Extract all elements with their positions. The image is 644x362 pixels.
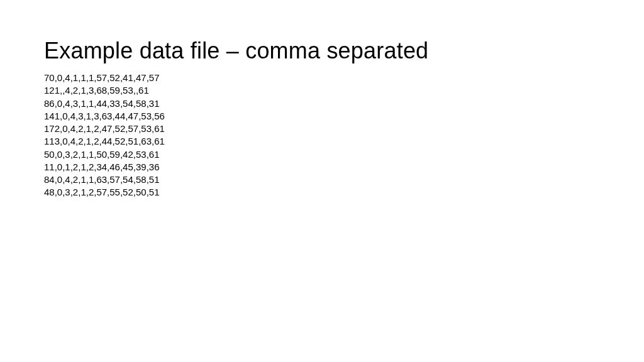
- data-line: 121,,4,2,1,3,68,59,53,,61: [44, 84, 600, 97]
- data-line: 50,0,3,2,1,1,50,59,42,53,61: [44, 148, 600, 161]
- data-line: 113,0,4,2,1,2,44,52,51,63,61: [44, 135, 600, 148]
- data-line: 172,0,4,2,1,2,47,52,57,53,61: [44, 123, 600, 135]
- data-line: 141,0,4,3,1,3,63,44,47,53,56: [44, 110, 600, 123]
- data-line: 48,0,3,2,1,2,57,55,52,50,51: [44, 186, 600, 199]
- data-line: 84,0,4,2,1,1,63,57,54,58,51: [44, 173, 600, 186]
- data-line: 86,0,4,3,1,1,44,33,54,58,31: [44, 97, 600, 110]
- data-content: 70,0,4,1,1,1,57,52,41,47,57 121,,4,2,1,3…: [44, 72, 600, 199]
- page-title: Example data file – comma separated: [44, 38, 600, 64]
- data-line: 70,0,4,1,1,1,57,52,41,47,57: [44, 72, 600, 84]
- data-line: 11,0,1,2,1,2,34,46,45,39,36: [44, 161, 600, 173]
